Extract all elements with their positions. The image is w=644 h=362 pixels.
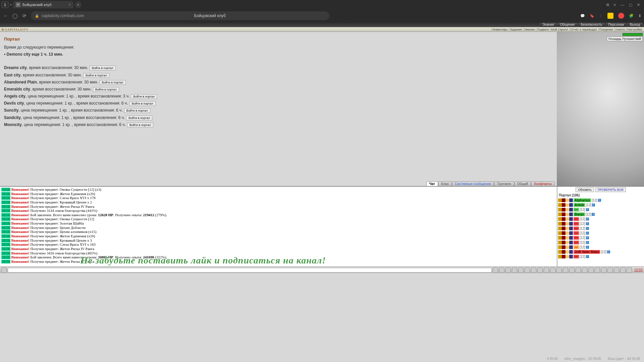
shield-icon[interactable]: ◯	[12, 13, 18, 18]
player-info-icon[interactable]: i	[586, 232, 589, 235]
yandex-icon[interactable]	[607, 13, 613, 19]
toolbar-icon-21[interactable]	[627, 267, 632, 273]
player-info-icon[interactable]: i	[586, 246, 589, 249]
topnav-Общение[interactable]: Общение	[557, 23, 578, 26]
toolbar-icon-7[interactable]	[537, 267, 543, 273]
player-row[interactable]: —[12]i	[557, 245, 644, 249]
topnav-Безопасность[interactable]: Безопасность	[578, 23, 605, 26]
toolbar-icon-1[interactable]	[499, 267, 504, 273]
player-info-icon[interactable]: i	[586, 208, 589, 211]
toolbar-icon-5[interactable]	[525, 267, 530, 273]
player-row[interactable]: —[12]i	[557, 235, 644, 240]
bookmark-icon[interactable]: 🔖	[590, 14, 594, 18]
menu-icon[interactable]: ≡	[614, 3, 616, 7]
toolbar-icon-6[interactable]	[531, 267, 536, 273]
player-name[interactable]: Alpharius	[574, 198, 591, 202]
toolbar-icon-4[interactable]	[518, 267, 524, 273]
tab-close-icon[interactable]: ×	[68, 2, 71, 7]
player-name[interactable]: —	[574, 245, 579, 249]
player-info-icon[interactable]: i	[598, 199, 601, 202]
window-maximize-icon[interactable]: ▢	[629, 3, 632, 7]
extensions-icon[interactable]: 🧩	[629, 14, 634, 18]
back-icon[interactable]: ←	[3, 13, 9, 18]
player-info-icon[interactable]: i	[586, 218, 589, 221]
toolbar-icon-2[interactable]	[505, 267, 511, 273]
player-name[interactable]: —	[574, 208, 579, 212]
player-info-icon[interactable]: i	[607, 250, 610, 253]
player-name[interactable]: —	[574, 231, 579, 235]
topnav-Знания[interactable]: Знания	[540, 23, 557, 26]
menu-Отчет о переводах[interactable]: Отчет о переводах	[570, 28, 598, 31]
player-info-icon[interactable]: i	[592, 203, 595, 206]
check-fights-button[interactable]: ПРОВЕРИТЬ БОИ	[595, 187, 626, 192]
player-row[interactable]: Alpharius[12]i	[557, 198, 644, 202]
enter-portal-button[interactable]: Войти в портал	[83, 73, 109, 78]
menu-Мой Скролл[interactable]: Мой Скролл	[550, 28, 569, 31]
enter-portal-button[interactable]: Войти в портал	[129, 101, 156, 106]
player-name[interactable]: —	[574, 227, 579, 230]
chat-log[interactable]: 18:56 Внимание! Получен предмет: Оковы С…	[0, 187, 557, 266]
translate-icon[interactable]: 💬	[580, 14, 585, 18]
url-field[interactable]: 🔒 capitalcity.combats.com Бойцовский клу…	[31, 11, 329, 20]
enter-portal-button[interactable]: Войти в портал	[131, 94, 157, 99]
player-info-icon[interactable]: i	[592, 213, 595, 216]
player-name[interactable]: —	[574, 222, 579, 226]
toolbar-icon-18[interactable]	[607, 267, 613, 273]
player-name[interactable]: JoB Valer Make	[574, 250, 600, 254]
player-row[interactable]: JoB Valer Make[12]i	[557, 249, 644, 254]
toolbar-icon-19[interactable]	[614, 267, 619, 273]
new-tab-button[interactable]: +	[75, 1, 82, 8]
chat-tab-1[interactable]: Клан	[438, 181, 452, 186]
chat-mode-icon[interactable]	[1, 267, 7, 273]
enter-portal-button[interactable]: Войти в портал	[100, 80, 126, 85]
toolbar-icon-16[interactable]	[595, 267, 600, 273]
player-row[interactable]: Banjo[12]i	[557, 212, 644, 217]
player-info-icon[interactable]: i	[586, 227, 589, 230]
player-info-icon[interactable]: i	[586, 236, 589, 239]
player-name[interactable]: Anteb	[574, 203, 585, 207]
chat-tab-4[interactable]: Общий	[514, 181, 531, 186]
menu-Задания[interactable]: Задания	[509, 28, 523, 31]
player-info-icon[interactable]: i	[586, 241, 589, 244]
menu-Подвиги[interactable]: Подвиги	[536, 28, 549, 31]
window-minimize-icon[interactable]: ―	[621, 3, 624, 7]
chat-tab-0[interactable]: Чат	[426, 181, 438, 186]
player-row[interactable]: —[12]i	[557, 221, 644, 226]
enter-portal-button[interactable]: Войти в портал	[127, 123, 153, 127]
reload-icon[interactable]: ⟳	[21, 13, 28, 18]
chat-input[interactable]	[8, 268, 492, 273]
toolbar-icon-17[interactable]	[601, 267, 606, 273]
chat-tab-3[interactable]: Торговля	[494, 181, 514, 186]
toolbar-icon-14[interactable]	[582, 267, 587, 273]
menu-Анкета[interactable]: Анкета	[614, 28, 626, 31]
player-row[interactable]: —[12]i	[557, 226, 644, 231]
toolbar-icon-10[interactable]	[556, 267, 562, 273]
location-scene[interactable]: Площадь Путешествий	[557, 32, 644, 186]
window-close-icon[interactable]: ✕	[637, 3, 640, 7]
player-name[interactable]: —	[574, 236, 579, 240]
opera-icon[interactable]	[618, 13, 624, 19]
toolbar-icon-0[interactable]	[493, 267, 498, 273]
chat-tab-5[interactable]: Конфликты	[531, 181, 555, 186]
player-row[interactable]: —[12]i	[557, 217, 644, 221]
toolbar-icon-9[interactable]	[550, 267, 555, 273]
profile-dropdown-icon[interactable]: ▾	[10, 3, 12, 6]
player-list[interactable]: Alpharius[12]iAnteb[12]i—[12]iBanjo[12]i…	[557, 198, 644, 266]
toolbar-icon-15[interactable]	[588, 267, 594, 273]
profile-badge[interactable]: 1	[1, 1, 9, 8]
enter-portal-button[interactable]: Войти в портал	[93, 87, 119, 92]
topnav-Выход[interactable]: Выход	[627, 23, 643, 26]
pip-icon[interactable]: ⧉	[606, 3, 609, 7]
enter-portal-button[interactable]: Войти в портал	[126, 116, 152, 120]
player-name[interactable]: —	[574, 217, 579, 221]
menu-Поединки[interactable]: Поединки	[598, 28, 614, 31]
player-row[interactable]: —[12]i	[557, 254, 644, 259]
player-name[interactable]: —	[574, 241, 579, 244]
player-info-icon[interactable]: i	[586, 255, 589, 258]
menu-Инвентарь[interactable]: Инвентарь	[491, 28, 508, 31]
player-row[interactable]: —[12]i	[557, 240, 644, 245]
menu-Настройки[interactable]: Настройки	[626, 28, 643, 31]
player-row[interactable]: —[12]i	[557, 207, 644, 212]
player-info-icon[interactable]: i	[586, 222, 589, 225]
player-row[interactable]: Anteb[12]i	[557, 202, 644, 207]
